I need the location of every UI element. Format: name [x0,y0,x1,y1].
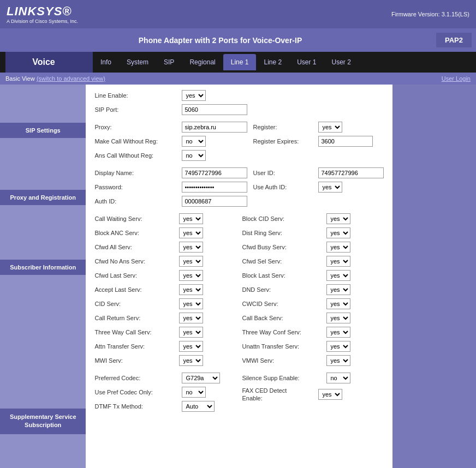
silence-supp-row: Silence Supp Enable: noyes [242,373,384,383]
sidebar-item-proxy[interactable]: Proxy and Registration [0,190,86,205]
user-id-input[interactable] [318,167,384,178]
line-enable-row: Line Enable: yes no [94,90,384,101]
supplementary-section: Call Waiting Serv: yesno Block ANC Serv:… [94,213,384,369]
cfwd-all-row: Cfwd All Serv: yesno [94,242,236,253]
vmwi-select[interactable]: yesno [326,355,350,366]
user-id-row: User ID: [253,167,384,178]
attn-transfer-select[interactable]: yesno [179,341,203,352]
logo-area: LINKSYS® A Division of Cisco Systems, In… [7,4,78,24]
proxy-left-col: Proxy: Make Call Without Reg: no yes Ans… [94,122,247,164]
sidebar-item-supplementary[interactable]: Supplementary ServiceSubscription [0,409,86,434]
call-return-select[interactable]: yesno [179,313,203,323]
voice-label: Voice [5,52,93,73]
display-name-input[interactable] [182,167,247,178]
cwcid-select[interactable]: yesno [326,298,350,309]
password-input[interactable] [182,182,247,193]
use-auth-select[interactable]: yes no [318,182,342,193]
tab-sip[interactable]: SIP [156,54,182,70]
password-row: Password: [94,182,247,193]
dtmf-tx-row: DTMF Tx Method: Auto InBand AVT INFO [94,401,236,412]
proxy-row: Proxy: [94,122,247,133]
three-way-call-label: Three Way Call Serv: [94,329,179,335]
cfwd-last-row: Cfwd Last Serv: yesno [94,270,236,281]
block-anc-label: Block ANC Serv: [94,230,179,236]
cfwd-busy-select[interactable]: yesno [326,242,350,253]
call-waiting-select[interactable]: yesno [179,213,203,224]
logo-sub: A Division of Cisco Systems, Inc. [7,19,78,24]
sidebar: SIP Settings Proxy and Registration Subs… [0,85,86,468]
three-way-call-select[interactable]: yesno [179,327,203,338]
call-back-select[interactable]: yesno [326,313,350,323]
ans-call-select[interactable]: no yes [182,150,206,161]
cid-select[interactable]: yesno [179,298,203,309]
call-back-label: Call Back Serv: [242,315,326,321]
register-select[interactable]: yes no [318,122,342,133]
cfwd-sel-select[interactable]: yesno [326,256,350,267]
nav-container: Voice Info System SIP Regional Line 1 Li… [0,52,476,73]
tab-line1[interactable]: Line 1 [223,54,257,70]
accept-last-select[interactable]: yesno [179,284,203,295]
block-cid-select[interactable]: yesno [326,213,350,224]
block-anc-select[interactable]: yesno [179,227,203,238]
silence-supp-label: Silence Supp Enable: [242,375,326,381]
vmwi-row: VMWI Serv: yesno [242,355,384,366]
block-last-select[interactable]: yesno [326,270,350,281]
tab-line2[interactable]: Line 2 [256,54,289,70]
sidebar-item-subscriber[interactable]: Subscriber Information [0,260,86,275]
line-enable-select[interactable]: yes no [182,90,206,101]
sip-port-input[interactable] [182,104,247,115]
accept-last-row: Accept Last Serv: yesno [94,284,236,295]
cfwd-busy-row: Cfwd Busy Serv: yesno [242,242,384,253]
switch-view-link[interactable]: (switch to advanced view) [37,75,105,82]
preferred-codec-select[interactable]: G729a G711u G711a [182,373,220,383]
supp-right-col: Block CID Serv: yesno Dist Ring Serv: ye… [236,213,384,369]
dist-ring-row: Dist Ring Serv: yesno [242,227,384,238]
vmwi-label: VMWI Serv: [242,357,326,364]
firmware-version: Firmware Version: 3.1.15(LS) [391,11,469,17]
sidebar-spacer-5 [0,434,86,468]
cfwd-sel-row: Cfwd Sel Serv: yesno [242,256,384,267]
cfwd-no-ans-select[interactable]: yesno [179,256,203,267]
sidebar-item-sip-settings[interactable]: SIP Settings [0,123,86,138]
cwcid-row: CWCID Serv: yesno [242,298,384,309]
reg-expires-input[interactable] [318,136,373,147]
three-way-conf-select[interactable]: yesno [326,327,350,338]
auth-id-input[interactable] [182,196,247,207]
sidebar-spacer-2 [0,138,86,190]
user-login-link[interactable]: User Login [442,75,471,82]
unattn-transfer-select[interactable]: yesno [326,341,350,352]
cfwd-all-select[interactable]: yesno [179,242,203,253]
silence-supp-select[interactable]: noyes [326,373,350,383]
subscriber-left-col: Display Name: Password: Auth ID: [94,167,247,210]
mwi-select[interactable]: yesno [179,355,203,366]
logo: LINKSYS® [7,4,78,19]
tab-user1[interactable]: User 1 [289,54,324,70]
dist-ring-select[interactable]: yesno [326,227,350,238]
dist-ring-label: Dist Ring Serv: [242,230,326,236]
tab-regional[interactable]: Regional [182,54,223,70]
proxy-input[interactable] [182,122,247,133]
dtmf-tx-label: DTMF Tx Method: [94,403,182,410]
fax-ced-select[interactable]: yesno [318,389,342,400]
make-call-select[interactable]: no yes [182,136,206,147]
block-last-label: Block Last Serv: [242,272,326,279]
unattn-transfer-label: Unattn Transfer Serv: [242,343,326,350]
cfwd-all-label: Cfwd All Serv: [94,244,179,250]
auth-id-row: Auth ID: [94,196,247,207]
register-label: Register: [253,124,318,130]
user-id-label: User ID: [253,170,318,176]
tab-user2[interactable]: User 2 [324,54,359,70]
nav-tabs: Info System SIP Regional Line 1 Line 2 U… [93,54,471,70]
audio-right-col: Silence Supp Enable: noyes FAX CED Detec… [236,373,384,415]
display-name-row: Display Name: [94,167,247,178]
subscriber-right-col: User ID: Use Auth ID: yes no [247,167,384,210]
cfwd-last-select[interactable]: yesno [179,270,203,281]
tab-info[interactable]: Info [93,54,119,70]
supp-left-col: Call Waiting Serv: yesno Block ANC Serv:… [94,213,236,369]
tab-system[interactable]: System [119,54,156,70]
dtmf-tx-select[interactable]: Auto InBand AVT INFO [182,401,215,412]
use-pref-codec-select[interactable]: noyes [182,387,206,398]
dnd-select[interactable]: yesno [326,284,350,295]
view-label: Basic View [5,75,35,82]
mwi-row: MWI Serv: yesno [94,355,236,366]
